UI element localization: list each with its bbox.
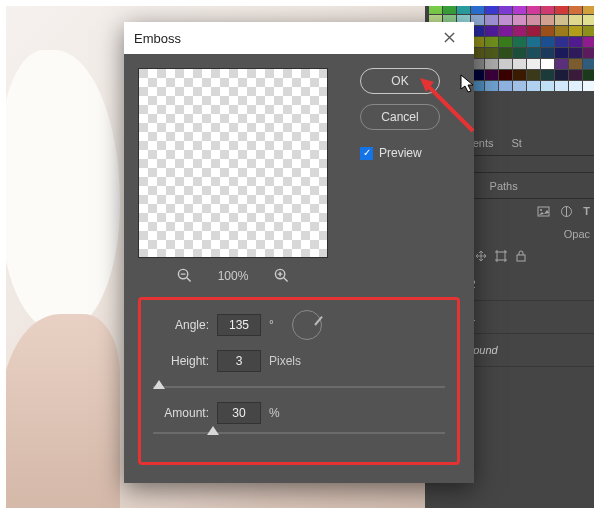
swatch[interactable] (583, 37, 596, 47)
amount-label: Amount: (153, 406, 209, 420)
emboss-dialog: Emboss OK Cancel Preview 100% Angle: ° (124, 22, 474, 483)
swatch[interactable] (541, 37, 554, 47)
swatch[interactable] (583, 81, 596, 91)
swatch[interactable] (485, 15, 498, 25)
tab-styles[interactable]: St (512, 137, 522, 149)
swatch[interactable] (583, 48, 596, 58)
swatch[interactable] (499, 81, 512, 91)
swatch[interactable] (569, 4, 582, 14)
tab-paths[interactable]: Paths (490, 180, 518, 192)
swatch[interactable] (569, 15, 582, 25)
swatch[interactable] (527, 81, 540, 91)
swatch[interactable] (485, 48, 498, 58)
preview-checkbox[interactable]: Preview (360, 146, 422, 160)
swatch[interactable] (513, 37, 526, 47)
swatch[interactable] (499, 15, 512, 25)
swatch[interactable] (485, 26, 498, 36)
swatch[interactable] (527, 37, 540, 47)
dialog-titlebar[interactable]: Emboss (124, 22, 474, 54)
preview-area[interactable] (138, 68, 328, 258)
swatch[interactable] (569, 81, 582, 91)
lock-icon[interactable] (515, 250, 527, 262)
swatch[interactable] (569, 37, 582, 47)
angle-dial[interactable] (292, 310, 322, 340)
swatch[interactable] (555, 37, 568, 47)
swatch[interactable] (513, 15, 526, 25)
swatch[interactable] (555, 59, 568, 69)
height-slider[interactable] (153, 382, 445, 392)
swatch[interactable] (555, 26, 568, 36)
swatch[interactable] (499, 4, 512, 14)
swatch[interactable] (569, 26, 582, 36)
zoom-level[interactable]: 100% (218, 269, 249, 283)
swatch[interactable] (541, 81, 554, 91)
swatch[interactable] (513, 26, 526, 36)
swatch[interactable] (499, 37, 512, 47)
zoom-in-icon[interactable] (274, 268, 289, 283)
swatch[interactable] (513, 59, 526, 69)
close-icon[interactable] (434, 31, 464, 46)
amount-input[interactable] (217, 402, 261, 424)
zoom-out-icon[interactable] (177, 268, 192, 283)
swatch[interactable] (569, 48, 582, 58)
swatch[interactable] (485, 81, 498, 91)
swatch[interactable] (569, 70, 582, 80)
swatch[interactable] (583, 70, 596, 80)
swatch[interactable] (457, 4, 470, 14)
swatch[interactable] (499, 26, 512, 36)
swatch[interactable] (583, 15, 596, 25)
cursor-icon (460, 74, 474, 94)
cancel-button[interactable]: Cancel (360, 104, 440, 130)
swatch[interactable] (443, 4, 456, 14)
swatch[interactable] (513, 48, 526, 58)
swatch[interactable] (527, 59, 540, 69)
preview-label: Preview (379, 146, 422, 160)
swatch[interactable] (499, 70, 512, 80)
swatch[interactable] (499, 59, 512, 69)
swatch[interactable] (555, 81, 568, 91)
swatch[interactable] (485, 70, 498, 80)
svg-rect-5 (517, 255, 525, 261)
swatch[interactable] (527, 15, 540, 25)
type-icon[interactable]: T (583, 205, 590, 218)
params-highlight-box: Angle: ° Height: Pixels Amount: % (138, 297, 460, 465)
swatch[interactable] (485, 59, 498, 69)
swatch[interactable] (541, 59, 554, 69)
swatch[interactable] (555, 4, 568, 14)
height-unit: Pixels (269, 354, 301, 368)
swatch[interactable] (513, 81, 526, 91)
swatch[interactable] (499, 48, 512, 58)
move-icon[interactable] (475, 250, 487, 262)
swatch[interactable] (527, 70, 540, 80)
angle-input[interactable] (217, 314, 261, 336)
ok-button[interactable]: OK (360, 68, 440, 94)
swatch[interactable] (555, 48, 568, 58)
swatch[interactable] (485, 37, 498, 47)
swatch[interactable] (541, 48, 554, 58)
swatch[interactable] (541, 4, 554, 14)
adjust-icon[interactable] (560, 205, 573, 218)
swatch[interactable] (527, 4, 540, 14)
swatch[interactable] (555, 15, 568, 25)
swatch[interactable] (555, 70, 568, 80)
swatch[interactable] (541, 26, 554, 36)
artboard-icon[interactable] (495, 250, 507, 262)
amount-unit: % (269, 406, 280, 420)
swatch[interactable] (485, 4, 498, 14)
swatch[interactable] (429, 4, 442, 14)
swatch[interactable] (569, 59, 582, 69)
height-input[interactable] (217, 350, 261, 372)
swatch[interactable] (541, 70, 554, 80)
swatch[interactable] (583, 4, 596, 14)
swatch[interactable] (527, 26, 540, 36)
swatch[interactable] (583, 59, 596, 69)
image-icon[interactable] (537, 205, 550, 218)
swatch[interactable] (541, 15, 554, 25)
amount-slider[interactable] (153, 428, 445, 438)
swatch[interactable] (513, 4, 526, 14)
swatch[interactable] (583, 26, 596, 36)
angle-unit: ° (269, 318, 274, 332)
swatch[interactable] (471, 4, 484, 14)
swatch[interactable] (513, 70, 526, 80)
swatch[interactable] (527, 48, 540, 58)
